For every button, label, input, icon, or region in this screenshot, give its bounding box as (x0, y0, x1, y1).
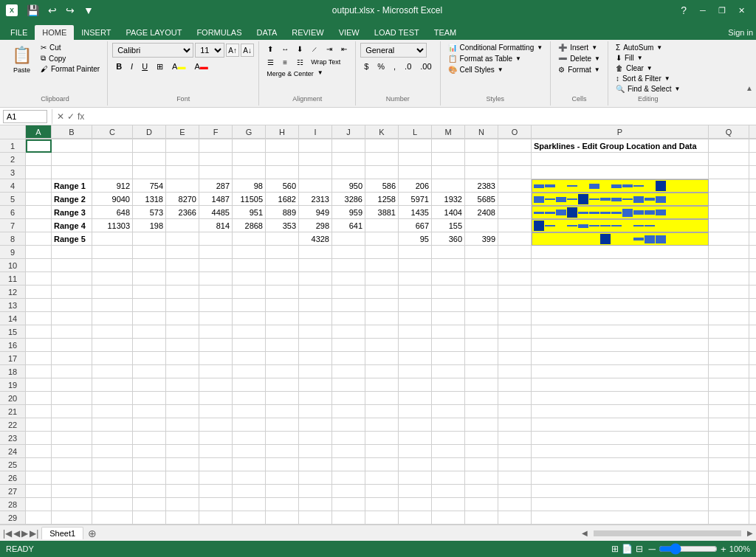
cell-B15[interactable] (52, 325, 92, 339)
cell-Q24[interactable] (709, 445, 749, 458)
cell-P16[interactable] (532, 339, 709, 352)
cell-G9[interactable] (233, 246, 266, 259)
cell-D1[interactable] (133, 139, 166, 153)
percent-btn[interactable]: % (374, 59, 388, 74)
cell-M18[interactable] (432, 365, 465, 378)
cell-B26[interactable] (52, 471, 92, 485)
cell-E14[interactable] (166, 312, 199, 325)
cell-B8[interactable]: Range 5 (52, 232, 92, 246)
cell-J13[interactable] (332, 299, 365, 312)
cell-N2[interactable] (465, 153, 498, 166)
cell-Q19[interactable] (709, 378, 749, 392)
align-top-btn[interactable]: ⬆ (264, 43, 277, 55)
cell-E20[interactable] (166, 392, 199, 405)
cell-C2[interactable] (92, 153, 133, 166)
cell-R13[interactable] (749, 299, 756, 312)
cell-M23[interactable] (432, 432, 465, 445)
cell-C29[interactable] (92, 511, 133, 525)
cell-N22[interactable] (465, 418, 498, 432)
cell-K4[interactable]: 586 (365, 179, 399, 193)
cell-D17[interactable] (133, 352, 166, 365)
cell-C14[interactable] (92, 312, 133, 325)
cell-M2[interactable] (432, 153, 465, 166)
cell-A17[interactable] (26, 352, 52, 365)
cell-A7[interactable] (26, 219, 52, 232)
cell-G14[interactable] (233, 312, 266, 325)
col-header-f[interactable]: F (199, 125, 233, 139)
cell-D21[interactable] (133, 405, 166, 418)
cell-P19[interactable] (532, 378, 709, 392)
cell-B5[interactable]: Range 2 (52, 193, 92, 206)
cell-L2[interactable] (399, 153, 432, 166)
cell-N25[interactable] (465, 458, 498, 471)
cell-C25[interactable] (92, 458, 133, 471)
cell-H22[interactable] (266, 418, 299, 432)
cell-J22[interactable] (332, 418, 365, 432)
cell-F20[interactable] (199, 392, 233, 405)
cell-B10[interactable] (52, 259, 92, 272)
cell-M5[interactable]: 1932 (432, 193, 465, 206)
cell-I23[interactable] (299, 432, 332, 445)
cell-O25[interactable] (498, 458, 532, 471)
wrap-text-btn[interactable]: Wrap Text (308, 58, 343, 66)
cell-C28[interactable] (92, 498, 133, 511)
cell-C4[interactable]: 912 (92, 179, 133, 193)
cell-R22[interactable] (749, 418, 756, 432)
cell-K20[interactable] (365, 392, 399, 405)
cell-K29[interactable] (365, 511, 399, 525)
cell-L17[interactable] (399, 352, 432, 365)
cell-P17[interactable] (532, 352, 709, 365)
cell-M6[interactable]: 1404 (432, 206, 465, 219)
cell-B9[interactable] (52, 246, 92, 259)
align-center-btn[interactable]: ≡ (278, 56, 292, 68)
cell-R25[interactable] (749, 458, 756, 471)
cell-P4[interactable] (532, 179, 709, 193)
cell-I10[interactable] (299, 259, 332, 272)
cell-A22[interactable] (26, 418, 52, 432)
cell-I11[interactable] (299, 272, 332, 286)
cell-B27[interactable] (52, 485, 92, 498)
tab-view[interactable]: VIEW (331, 25, 367, 40)
autosum-btn[interactable]: Σ AutoSum ▼ (613, 43, 665, 52)
customize-quick-btn[interactable]: ▼ (80, 3, 97, 18)
row-num-1[interactable]: 1 (0, 139, 26, 153)
cell-P23[interactable] (532, 432, 709, 445)
cell-E15[interactable] (166, 325, 199, 339)
cell-N4[interactable]: 2383 (465, 179, 498, 193)
cell-G8[interactable] (233, 232, 266, 246)
cell-R8[interactable] (749, 232, 756, 246)
cell-R24[interactable] (749, 445, 756, 458)
cell-Q9[interactable] (709, 246, 749, 259)
cell-D6[interactable]: 573 (133, 206, 166, 219)
cell-L14[interactable] (399, 312, 432, 325)
cell-H19[interactable] (266, 378, 299, 392)
cell-N7[interactable] (465, 219, 498, 232)
row-num-24[interactable]: 24 (0, 445, 26, 458)
help-btn[interactable]: ? (678, 3, 690, 18)
cell-L8[interactable]: 95 (399, 232, 432, 246)
cell-R21[interactable] (749, 405, 756, 418)
tab-file[interactable]: FILE (3, 25, 35, 40)
cell-E23[interactable] (166, 432, 199, 445)
cell-C8[interactable] (92, 232, 133, 246)
cell-E7[interactable] (166, 219, 199, 232)
cell-Q26[interactable] (709, 471, 749, 485)
cell-H24[interactable] (266, 445, 299, 458)
cell-E18[interactable] (166, 365, 199, 378)
cell-C21[interactable] (92, 405, 133, 418)
cell-D24[interactable] (133, 445, 166, 458)
format-btn[interactable]: ⚙ Format ▼ (555, 65, 603, 75)
italic-button[interactable]: I (127, 59, 137, 74)
cell-O5[interactable] (498, 193, 532, 206)
cell-M19[interactable] (432, 378, 465, 392)
cell-Q14[interactable] (709, 312, 749, 325)
cell-F6[interactable]: 4485 (199, 206, 233, 219)
row-num-3[interactable]: 3 (0, 166, 26, 179)
cell-C17[interactable] (92, 352, 133, 365)
row-num-22[interactable]: 22 (0, 418, 26, 432)
cell-H13[interactable] (266, 299, 299, 312)
cell-G19[interactable] (233, 378, 266, 392)
cell-C12[interactable] (92, 286, 133, 299)
cell-O16[interactable] (498, 339, 532, 352)
cell-B12[interactable] (52, 286, 92, 299)
